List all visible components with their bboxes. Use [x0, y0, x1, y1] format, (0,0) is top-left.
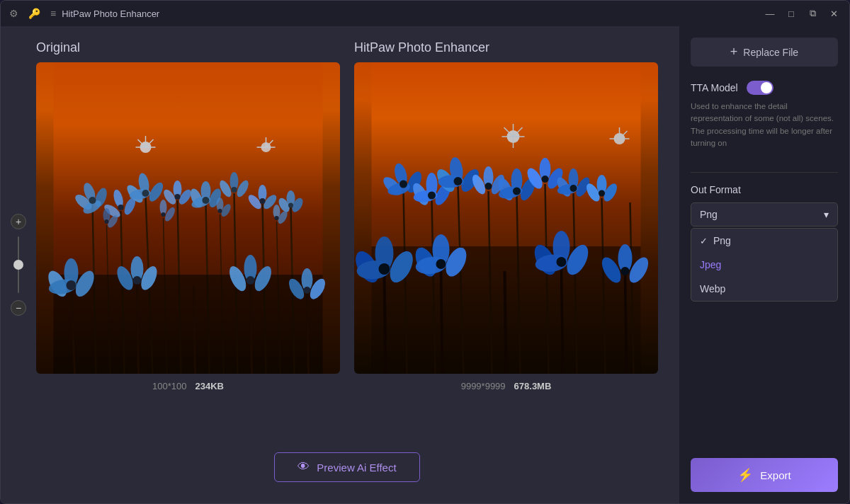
- svg-point-122: [485, 183, 492, 190]
- replace-file-label: Replace File: [743, 47, 798, 58]
- enhanced-meta: 9999*9999 678.3MB: [461, 381, 552, 391]
- svg-rect-60: [54, 275, 323, 374]
- right-panel: + Replace File TTA Model Used to enhance…: [679, 26, 849, 503]
- original-meta: 100*100 234KB: [152, 381, 224, 391]
- original-image: [36, 62, 340, 374]
- format-webp-label: Webp: [700, 283, 725, 294]
- eye-icon: 👁: [298, 460, 310, 474]
- svg-line-65: [307, 292, 309, 374]
- tta-description: Used to enhance the detail representatio…: [691, 101, 838, 149]
- svg-point-17: [89, 197, 96, 204]
- spacer: [691, 302, 838, 458]
- svg-point-56: [218, 209, 222, 213]
- format-dropdown-menu: ✓ Png Jpeg Webp: [691, 228, 838, 302]
- format-option-webp[interactable]: Webp: [691, 277, 837, 301]
- format-option-jpeg[interactable]: Jpeg: [691, 253, 837, 277]
- close-button[interactable]: ✕: [827, 8, 841, 19]
- enhanced-size: 678.3MB: [514, 381, 552, 391]
- tta-label: TTA Model: [691, 82, 738, 93]
- format-selected[interactable]: Png ▾: [691, 202, 838, 227]
- zoom-out-button[interactable]: −: [11, 300, 26, 316]
- export-label: Export: [760, 469, 790, 481]
- left-panel: + − Original: [1, 26, 679, 503]
- svg-point-131: [542, 176, 549, 183]
- svg-point-70: [67, 280, 76, 290]
- original-section: Original: [36, 40, 340, 391]
- svg-line-143: [441, 268, 443, 374]
- enhanced-dimensions: 9999*9999: [461, 381, 506, 391]
- tta-row: TTA Model: [691, 81, 838, 95]
- settings-icon[interactable]: ⚙: [9, 8, 18, 19]
- svg-line-142: [385, 275, 386, 374]
- title-bar-icons: ⚙ 🔑 ≡: [9, 8, 56, 19]
- zoom-slider[interactable]: [18, 236, 19, 293]
- upgrade-icon[interactable]: 🔑: [28, 8, 40, 19]
- svg-point-165: [621, 267, 630, 275]
- svg-line-64: [251, 282, 252, 374]
- export-icon: ⚡: [737, 467, 753, 483]
- enhanced-section: HitPaw Photo Enhancer: [354, 40, 658, 391]
- zoom-controls: + −: [11, 214, 26, 316]
- svg-point-21: [118, 205, 124, 210]
- svg-point-136: [570, 185, 577, 192]
- tta-section: TTA Model Used to enhance the detail rep…: [691, 81, 838, 149]
- check-icon: ✓: [700, 236, 708, 246]
- svg-point-113: [428, 192, 436, 200]
- svg-point-47: [288, 203, 293, 208]
- enhanced-image: [354, 62, 658, 374]
- svg-point-53: [162, 212, 166, 217]
- svg-point-43: [260, 198, 266, 204]
- menu-icon[interactable]: ≡: [50, 8, 56, 19]
- svg-point-35: [203, 197, 210, 204]
- format-option-png[interactable]: ✓ Png: [691, 229, 837, 253]
- svg-point-127: [513, 188, 521, 195]
- replace-file-button[interactable]: + Replace File: [691, 38, 838, 67]
- enhanced-label: HitPaw Photo Enhancer: [354, 40, 489, 55]
- svg-point-78: [246, 276, 255, 285]
- svg-line-62: [137, 282, 139, 374]
- title-bar-left: ⚙ 🔑 ≡ HitPaw Photo Enhancer: [9, 8, 159, 19]
- svg-point-108: [400, 181, 407, 188]
- svg-point-82: [304, 287, 311, 294]
- app-title: HitPaw Photo Enhancer: [62, 8, 159, 19]
- svg-line-145: [562, 266, 563, 374]
- svg-point-30: [175, 194, 181, 200]
- original-size: 234KB: [195, 381, 223, 391]
- svg-line-144: [505, 271, 506, 374]
- images-area: Original: [36, 40, 658, 447]
- svg-point-156: [436, 259, 446, 269]
- format-png-label: Png: [713, 235, 731, 246]
- svg-point-74: [133, 276, 142, 285]
- zoom-in-button[interactable]: +: [11, 214, 26, 229]
- export-button[interactable]: ⚡ Export: [691, 458, 838, 492]
- svg-point-59: [275, 216, 279, 220]
- svg-point-161: [557, 257, 567, 267]
- svg-point-50: [105, 219, 109, 224]
- svg-point-151: [379, 263, 390, 275]
- out-format-label: Out Format: [691, 184, 838, 195]
- svg-point-118: [454, 177, 463, 185]
- plus-icon: +: [730, 45, 738, 59]
- minimize-button[interactable]: —: [763, 8, 777, 19]
- title-bar-controls: — □ ⧉ ✕: [763, 8, 841, 19]
- title-bar: ⚙ 🔑 ≡ HitPaw Photo Enhancer — □ ⧉ ✕: [1, 1, 849, 26]
- format-jpeg-label: Jpeg: [700, 259, 721, 270]
- svg-line-63: [194, 285, 196, 374]
- app-window: ⚙ 🔑 ≡ HitPaw Photo Enhancer — □ ⧉ ✕ + −: [0, 0, 850, 504]
- svg-point-26: [142, 190, 149, 197]
- maximize-button[interactable]: ⧉: [805, 8, 820, 19]
- zoom-thumb[interactable]: [13, 260, 23, 270]
- svg-line-146: [625, 275, 627, 374]
- svg-point-39: [232, 187, 237, 193]
- format-dropdown[interactable]: Png ▾ ✓ Png Jpeg Webp: [691, 202, 838, 302]
- enhanced-flower-svg: [354, 62, 658, 374]
- format-selected-value: Png: [700, 209, 718, 220]
- tta-toggle[interactable]: [747, 81, 774, 95]
- preview-btn-area: 👁 Preview Ai Effect: [36, 452, 658, 489]
- svg-point-140: [599, 190, 605, 197]
- original-dimensions: 100*100: [152, 381, 186, 391]
- chevron-down-icon: ▾: [824, 209, 829, 220]
- preview-btn-label: Preview Ai Effect: [317, 462, 396, 474]
- restore-button[interactable]: □: [784, 8, 798, 19]
- preview-ai-effect-button[interactable]: 👁 Preview Ai Effect: [274, 452, 419, 482]
